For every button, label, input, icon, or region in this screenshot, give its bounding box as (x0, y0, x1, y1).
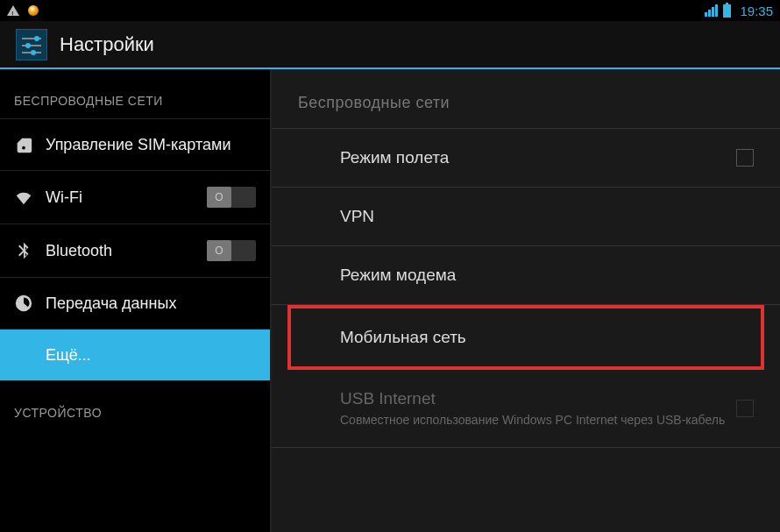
battery-icon (723, 4, 731, 18)
sidebar-section-device: УСТРОЙСТВО (0, 380, 270, 430)
setting-usb-internet: USB Internet Совместное использование Wi… (272, 370, 780, 448)
setting-vpn[interactable]: VPN (272, 188, 780, 246)
blank-icon (14, 345, 33, 365)
setting-label: VPN (340, 207, 754, 226)
wifi-icon (14, 188, 33, 207)
setting-subtitle: Совместное использование Windows PC Inte… (340, 412, 736, 428)
page-title: Настройки (60, 33, 154, 56)
setting-label: Режим полета (340, 148, 736, 167)
sidebar-section-wireless: БЕСПРОВОДНЫЕ СЕТИ (0, 69, 270, 118)
status-bar[interactable]: 19:35 (0, 0, 780, 21)
setting-airplane-mode[interactable]: Режим полета (272, 129, 780, 188)
usb-internet-checkbox (736, 400, 754, 417)
app-header: Настройки (0, 21, 780, 69)
setting-mobile-network[interactable]: Мобильная сеть (287, 305, 764, 370)
content-section-title: Беспроводные сети (272, 69, 780, 129)
bluetooth-icon (14, 241, 33, 260)
sidebar-item-label: Ещё... (46, 346, 256, 365)
signal-icon (705, 4, 718, 17)
sidebar-item-wifi[interactable]: Wi-Fi (0, 170, 270, 223)
bluetooth-toggle[interactable] (207, 240, 256, 261)
sim-icon (14, 135, 33, 154)
sidebar-item-more[interactable]: Ещё... (0, 329, 270, 380)
notification-dot-icon (28, 5, 39, 16)
content-pane: Беспроводные сети Режим полета VPN Режим… (272, 69, 780, 532)
clock: 19:35 (740, 4, 773, 18)
setting-label: Мобильная сеть (340, 328, 734, 347)
setting-label: Режим модема (340, 266, 754, 285)
sidebar-item-data-usage[interactable]: Передача данных (0, 277, 270, 329)
warning-icon (7, 5, 19, 16)
sidebar-item-sim[interactable]: Управление SIM-картами (0, 118, 270, 170)
sidebar-item-label: Передача данных (46, 294, 256, 313)
airplane-checkbox[interactable] (736, 149, 754, 167)
settings-icon (16, 29, 47, 60)
wifi-toggle[interactable] (207, 187, 256, 208)
setting-label: USB Internet (340, 389, 736, 408)
sidebar-item-label: Управление SIM-картами (46, 136, 256, 154)
setting-tethering[interactable]: Режим модема (272, 246, 780, 305)
sidebar-item-label: Bluetooth (46, 242, 195, 260)
sidebar: БЕСПРОВОДНЫЕ СЕТИ Управление SIM-картами… (0, 69, 272, 532)
data-usage-icon (14, 294, 33, 313)
sidebar-item-bluetooth[interactable]: Bluetooth (0, 223, 270, 277)
sidebar-item-label: Wi-Fi (46, 188, 195, 207)
